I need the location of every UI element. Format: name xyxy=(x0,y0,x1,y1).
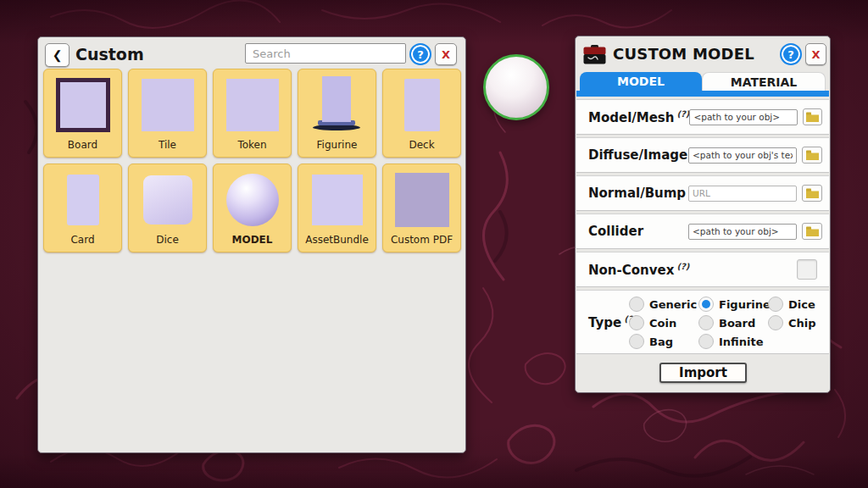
normal-bump-input[interactable] xyxy=(688,186,797,202)
board-icon-wrap xyxy=(44,75,121,136)
radio-circle-icon xyxy=(629,334,644,349)
radio-infinite[interactable]: Infinite xyxy=(698,334,768,349)
tile-label: Token xyxy=(214,139,291,151)
import-button[interactable]: Import xyxy=(659,363,747,383)
field-label: Non-Convex(?) xyxy=(588,262,797,278)
browse-folder-button[interactable] xyxy=(802,185,822,202)
tile-assetbundle[interactable]: AssetBundle xyxy=(298,164,376,252)
tile-token[interactable]: Token xyxy=(213,69,292,158)
row-non-convex: Non-Convex(?) xyxy=(576,252,829,287)
form-rows: Model/Mesh(?) Diffuse/Image Normal/Bump … xyxy=(576,99,829,357)
folder-icon xyxy=(806,188,819,198)
field-label: Collider xyxy=(588,224,688,239)
radio-figurine[interactable]: Figurine xyxy=(698,297,768,312)
tile-model[interactable]: MODEL xyxy=(213,164,292,252)
model-mesh-input[interactable] xyxy=(689,109,798,125)
radio-board[interactable]: Board xyxy=(698,315,768,330)
field-row-model-mesh: Model/Mesh(?) xyxy=(576,99,829,135)
close-button[interactable]: X xyxy=(805,43,826,65)
radio-circle-selected-icon xyxy=(698,297,714,312)
browse-folder-button[interactable] xyxy=(802,223,822,240)
figurine-icon xyxy=(308,76,367,134)
radio-bag[interactable]: Bag xyxy=(629,334,698,349)
tile-label: MODEL xyxy=(214,234,291,246)
panel-title: CUSTOM MODEL xyxy=(613,45,754,63)
non-convex-checkbox[interactable] xyxy=(797,259,817,280)
tile-board[interactable]: Board xyxy=(43,69,122,158)
custom-pdf-icon xyxy=(395,173,449,227)
folder-icon xyxy=(806,150,819,160)
search-input[interactable] xyxy=(245,43,406,64)
dice-icon xyxy=(143,175,192,225)
field-row-diffuse-image: Diffuse/Image xyxy=(576,137,829,173)
tile-custom-pdf[interactable]: Custom PDF xyxy=(382,164,461,252)
tile-tile[interactable]: Tile xyxy=(128,69,207,158)
help-button[interactable]: ? xyxy=(409,43,431,65)
tile-card[interactable]: Card xyxy=(43,164,122,252)
browse-folder-button[interactable] xyxy=(802,147,822,164)
question-mark-icon: ? xyxy=(417,48,424,61)
close-icon: X xyxy=(442,49,450,60)
model-icon-wrap xyxy=(214,169,291,230)
dice-icon-wrap xyxy=(129,169,206,230)
tile-label: Card xyxy=(44,234,121,246)
tile-deck[interactable]: Deck xyxy=(382,69,461,158)
radio-circle-icon xyxy=(698,334,714,349)
assetbundle-icon xyxy=(312,175,363,225)
figurine-icon-wrap xyxy=(298,75,376,136)
active-tab-underline xyxy=(576,91,829,97)
close-icon: X xyxy=(811,49,820,60)
field-row-collider: Collider xyxy=(576,214,829,249)
card-icon-wrap xyxy=(44,169,121,230)
field-row-normal-bump: Normal/Bump xyxy=(576,175,829,211)
hint-question: (?) xyxy=(676,262,689,271)
tab-model[interactable]: MODEL xyxy=(580,72,702,91)
browse-folder-button[interactable] xyxy=(803,108,822,125)
type-radio-grid: Generic Figurine Dice Coin Board Chip Ba… xyxy=(629,295,829,351)
toolbox-icon xyxy=(583,45,606,64)
custom-model-panel: CUSTOM MODEL ? X MODEL MATERIAL Model/Me… xyxy=(575,36,831,393)
tile-icon-wrap xyxy=(129,75,206,136)
tab-bar: MODEL MATERIAL xyxy=(576,72,830,91)
radio-circle-icon xyxy=(698,315,714,330)
radio-dice[interactable]: Dice xyxy=(768,297,829,312)
board-icon xyxy=(56,78,110,132)
help-button[interactable]: ? xyxy=(780,43,802,65)
model-sphere-icon xyxy=(226,174,279,226)
field-label: Diffuse/Image xyxy=(588,147,688,163)
tile-label: Figurine xyxy=(298,139,376,151)
folder-icon xyxy=(806,226,819,236)
radio-circle-icon xyxy=(629,315,644,330)
tile-label: Custom PDF xyxy=(383,234,460,246)
tile-label: AssetBundle xyxy=(298,234,376,246)
panel-title: Custom xyxy=(75,45,144,64)
radio-coin[interactable]: Coin xyxy=(629,315,698,330)
back-chevron-icon: ❮ xyxy=(53,48,63,62)
tile-label: Deck xyxy=(383,139,460,151)
tile-icon xyxy=(142,79,194,131)
custom-objects-panel: ❮ Custom ? X Board Tile Token xyxy=(37,36,466,453)
custom-pdf-icon-wrap xyxy=(383,169,460,230)
spawned-sphere-object[interactable] xyxy=(483,54,549,120)
row-type: Type(?) Generic Figurine Dice Coin Board… xyxy=(576,290,829,354)
card-icon xyxy=(67,175,99,225)
close-button[interactable]: X xyxy=(435,43,457,65)
question-mark-icon: ? xyxy=(787,48,794,61)
folder-icon xyxy=(806,112,819,122)
radio-circle-icon xyxy=(629,297,644,312)
radio-generic[interactable]: Generic xyxy=(629,297,698,312)
figurine-card xyxy=(322,76,351,122)
back-button[interactable]: ❮ xyxy=(45,43,70,67)
tile-figurine[interactable]: Figurine xyxy=(298,69,376,158)
diffuse-image-input[interactable] xyxy=(688,147,797,164)
tile-dice[interactable]: Dice xyxy=(128,164,207,252)
tab-material[interactable]: MATERIAL xyxy=(702,72,826,91)
radio-chip[interactable]: Chip xyxy=(768,315,829,330)
figurine-base-shadow xyxy=(313,125,360,130)
radio-circle-icon xyxy=(768,297,783,312)
hint-question: (?) xyxy=(676,109,689,119)
tile-label: Dice xyxy=(129,234,206,246)
object-tile-grid: Board Tile Token Figurine Deck xyxy=(43,69,461,252)
token-icon xyxy=(226,79,279,131)
collider-input[interactable] xyxy=(688,224,797,240)
